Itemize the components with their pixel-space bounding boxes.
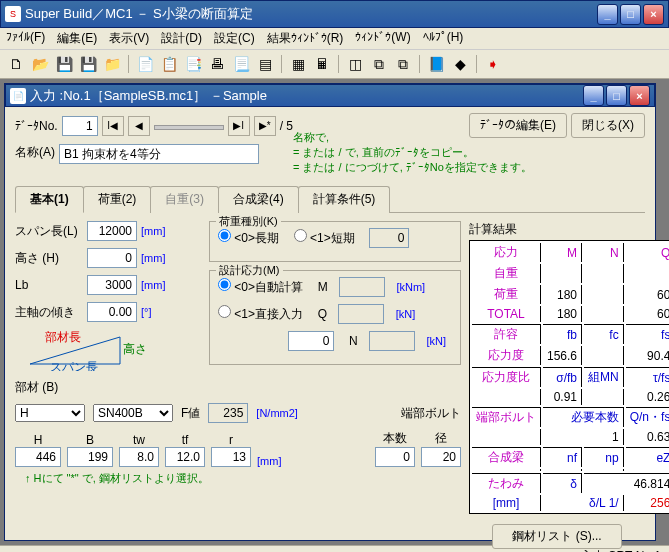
count-input[interactable] [375, 447, 415, 467]
buzai-label: 部材 (B) [15, 379, 58, 396]
print-icon[interactable]: 🖶 [207, 54, 227, 74]
lb-input[interactable] [87, 275, 137, 295]
win1-icon[interactable]: ◫ [345, 54, 365, 74]
N-input [369, 331, 415, 351]
mdi-area: 📄 入力 :No.1［SampleSB.mc1］ －Sample _ □ × ﾃ… [0, 79, 669, 545]
first-button[interactable]: I◀ [102, 116, 124, 136]
height-label: 高さ (H) [15, 250, 83, 267]
tab-basic[interactable]: 基本(1) [15, 186, 84, 213]
help-icon[interactable]: 📘 [426, 54, 446, 74]
open-icon[interactable]: 📂 [30, 54, 50, 74]
menu-design[interactable]: 設計(D) [161, 30, 202, 47]
exit-icon[interactable]: ➧ [483, 54, 503, 74]
calc-icon[interactable]: ▦ [288, 54, 308, 74]
shape-select[interactable]: H [15, 404, 85, 422]
win3-icon[interactable]: ⧉ [393, 54, 413, 74]
child-title: 入力 :No.1［SampleSB.mc1］ －Sample [30, 87, 583, 105]
menubar: ﾌｧｲﾙ(F) 編集(E) 表示(V) 設計(D) 設定(C) 結果ｳｨﾝﾄﾞｳ… [0, 28, 669, 50]
M-input [339, 277, 385, 297]
st-value[interactable] [288, 331, 334, 351]
tabs: 基本(1) 荷重(2) 自重(3) 合成梁(4) 計算条件(5) [15, 185, 645, 213]
hint3: = または / につづけて, ﾃﾞｰﾀNoを指定できます。 [293, 160, 532, 175]
load-type-group: 荷重種別(K) <0>長期 <1>短期 [209, 221, 461, 262]
close-button[interactable]: × [643, 4, 664, 25]
datano-label: ﾃﾞｰﾀNo. [15, 119, 58, 133]
saveall-icon[interactable]: 💾 [78, 54, 98, 74]
unit-mm: [mm] [141, 225, 165, 237]
tab-cond[interactable]: 計算条件(5) [298, 186, 391, 213]
Q-input [338, 304, 384, 324]
tab-self[interactable]: 自重(3) [150, 186, 219, 213]
menu-file[interactable]: ﾌｧｲﾙ(F) [6, 30, 45, 47]
child-minimize-button[interactable]: _ [583, 85, 604, 106]
axis-input[interactable] [87, 302, 137, 322]
name-input[interactable] [59, 144, 259, 164]
end-bolt-label: 端部ボルト [401, 405, 461, 422]
hint1: 名称で, [293, 130, 532, 145]
span-input[interactable] [87, 221, 137, 241]
H-input[interactable] [15, 447, 61, 467]
radio-auto[interactable]: <0>自動計算 [218, 278, 303, 296]
maximize-button[interactable]: □ [620, 4, 641, 25]
new-icon[interactable]: 🗋 [6, 54, 26, 74]
next-button[interactable]: ▶I [228, 116, 250, 136]
steel-select[interactable]: SN400B [93, 404, 173, 422]
win2-icon[interactable]: ⧉ [369, 54, 389, 74]
child-close-button[interactable]: × [629, 85, 650, 106]
copy-icon[interactable]: 📋 [159, 54, 179, 74]
toolbar: 🗋 📂 💾 💾 📁 📄 📋 📑 🖶 📃 ▤ ▦ 🖩 ◫ ⧉ ⧉ 📘 ◆ ➧ [0, 50, 669, 79]
close-child-button[interactable]: 閉じる(X) [571, 113, 645, 138]
new-button[interactable]: ▶* [254, 116, 276, 136]
doc-icon[interactable]: 📄 [135, 54, 155, 74]
stress-label: 設計応力(M) [216, 263, 283, 278]
calc2-icon[interactable]: 🖩 [312, 54, 332, 74]
form-note: ↑ Hにて "*" で, 鋼材リストより選択。 [25, 471, 461, 486]
save-icon[interactable]: 💾 [54, 54, 74, 74]
result-table: 応力MNQ 自重 荷重18060 TOTAL18060 許容fbfcfs 応力度… [469, 240, 669, 514]
main-titlebar: S Super Build／MC1 － S小梁の断面算定 _ □ × [0, 0, 669, 28]
list-icon[interactable]: ▤ [255, 54, 275, 74]
steel-list-button[interactable]: 鋼材リスト (S)... [492, 524, 622, 549]
menu-edit[interactable]: 編集(E) [57, 30, 97, 47]
height-input[interactable] [87, 248, 137, 268]
span-label: スパン長(L) [15, 223, 83, 240]
minimize-button[interactable]: _ [597, 4, 618, 25]
hint2: = または / で, 直前のﾃﾞｰﾀをコピー。 [293, 145, 532, 160]
r-input[interactable] [211, 447, 251, 467]
tw-input[interactable] [119, 447, 159, 467]
svg-text:高さ: 高さ [123, 342, 145, 356]
dia-input[interactable] [421, 447, 461, 467]
preview-icon[interactable]: 📃 [231, 54, 251, 74]
radio-short[interactable]: <1>短期 [294, 229, 355, 247]
tab-comp[interactable]: 合成梁(4) [218, 186, 299, 213]
tab-load[interactable]: 荷重(2) [83, 186, 152, 213]
sheet-icon[interactable]: 📑 [183, 54, 203, 74]
axis-label: 主軸の傾き [15, 304, 83, 321]
lb-label: Lb [15, 278, 83, 292]
B-input[interactable] [67, 447, 113, 467]
folder-icon[interactable]: 📁 [102, 54, 122, 74]
menu-view[interactable]: 表示(V) [109, 30, 149, 47]
radio-direct[interactable]: <1>直接入力 [218, 305, 303, 323]
datano-input[interactable] [62, 116, 98, 136]
beam-diagram: 部材長 高さ スパン長 [25, 329, 195, 371]
tf-input[interactable] [165, 447, 205, 467]
main-title: Super Build／MC1 － S小梁の断面算定 [25, 5, 597, 23]
load-type-label: 荷重種別(K) [216, 214, 281, 229]
app-icon: S [5, 6, 21, 22]
about-icon[interactable]: ◆ [450, 54, 470, 74]
menu-help[interactable]: ﾍﾙﾌﾟ(H) [423, 30, 464, 47]
menu-window[interactable]: ｳｨﾝﾄﾞｳ(W) [355, 30, 410, 47]
form-panel: スパン長(L)[mm] 高さ (H)[mm] Lb[mm] 主軸の傾き[°] 部… [15, 221, 461, 552]
radio-long[interactable]: <0>長期 [218, 229, 279, 247]
record-slider[interactable] [154, 117, 224, 135]
child-maximize-button[interactable]: □ [606, 85, 627, 106]
menu-setting[interactable]: 設定(C) [214, 30, 255, 47]
result-header: 計算結果 [469, 221, 645, 238]
svg-text:部材長: 部材長 [45, 330, 81, 344]
f-label: F値 [181, 405, 200, 422]
f-input [208, 403, 248, 423]
stress-group: 設計応力(M) <0>自動計算 M [kNm] <1>直接入力 Q [kN] N… [209, 270, 461, 365]
menu-result[interactable]: 結果ｳｨﾝﾄﾞｳ(R) [267, 30, 344, 47]
prev-button[interactable]: ◀ [128, 116, 150, 136]
